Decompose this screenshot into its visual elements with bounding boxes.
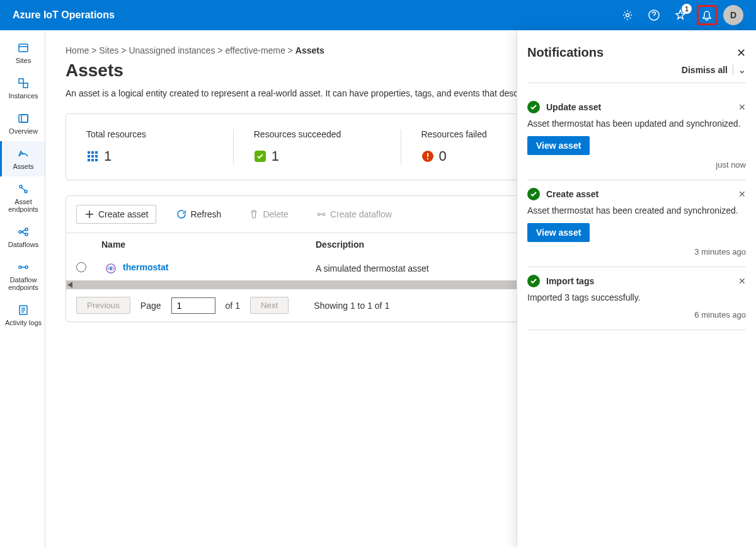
svg-rect-21 xyxy=(88,159,90,161)
svg-rect-2 xyxy=(19,44,28,52)
svg-rect-26 xyxy=(427,153,428,157)
nav-overview-label: Overview xyxy=(9,127,38,135)
asset-link[interactable]: thermostat xyxy=(123,262,168,272)
svg-point-8 xyxy=(25,190,27,193)
svg-point-10 xyxy=(25,228,28,231)
svg-rect-20 xyxy=(95,155,98,158)
nav-overview[interactable]: Overview xyxy=(0,106,45,141)
user-avatar[interactable]: D xyxy=(723,5,743,25)
nav-assets[interactable]: Assets xyxy=(0,141,45,176)
svg-rect-3 xyxy=(19,79,23,83)
svg-point-11 xyxy=(25,233,28,236)
breadcrumb-current: Assets xyxy=(295,45,324,55)
svg-rect-15 xyxy=(88,151,90,154)
app-title: Azure IoT Operations xyxy=(13,9,617,21)
alerts-icon[interactable]: 1 xyxy=(670,5,690,25)
view-asset-button[interactable]: View asset xyxy=(527,136,590,155)
svg-rect-23 xyxy=(95,159,98,161)
dismiss-notification-icon[interactable]: ✕ xyxy=(738,102,746,112)
success-status-icon xyxy=(527,188,540,200)
svg-point-0 xyxy=(626,14,629,17)
sidebar: Sites Instances Overview Assets Asset en… xyxy=(0,30,45,547)
success-status-icon xyxy=(527,275,540,287)
nav-dataflows[interactable]: Dataflows xyxy=(0,219,45,255)
header-name[interactable]: Name xyxy=(101,239,316,250)
svg-point-7 xyxy=(20,185,22,188)
notifications-panel: Notifications ✕ Dismiss all⌄ Update asse… xyxy=(517,30,756,547)
notification-item: Create asset ✕ Asset thermostat has been… xyxy=(527,180,746,267)
svg-rect-6 xyxy=(21,115,28,122)
svg-rect-4 xyxy=(23,83,28,88)
notifications-icon[interactable] xyxy=(697,5,717,25)
close-panel-icon[interactable]: ✕ xyxy=(736,46,746,60)
svg-rect-16 xyxy=(91,151,94,154)
metric-total: Total resources 1 xyxy=(66,129,234,164)
nav-asset-endpoints-label: Asset endpoints xyxy=(4,198,42,213)
grid-icon xyxy=(86,150,99,163)
dismiss-notification-icon[interactable]: ✕ xyxy=(738,276,746,286)
svg-point-9 xyxy=(19,231,21,233)
delete-button: Delete xyxy=(241,205,295,223)
notifications-title: Notifications xyxy=(527,45,604,60)
nav-activity-logs-label: Activity logs xyxy=(5,319,42,326)
alerts-badge: 1 xyxy=(682,4,692,14)
create-asset-button[interactable]: Create asset xyxy=(76,205,156,224)
nav-dataflow-endpoints[interactable]: Dataflow endpoints xyxy=(0,255,45,297)
notification-item: Import tags ✕ Imported 3 tags successful… xyxy=(527,267,746,330)
nav-instances-label: Instances xyxy=(8,92,38,100)
svg-rect-18 xyxy=(88,155,90,158)
asset-icon xyxy=(105,263,117,274)
success-icon xyxy=(254,150,266,163)
success-status-icon xyxy=(527,101,540,113)
row-selector[interactable] xyxy=(76,262,86,272)
nav-dataflow-endpoints-label: Dataflow endpoints xyxy=(4,276,42,291)
nav-sites[interactable]: Sites xyxy=(0,35,45,71)
metric-succeeded: Resources succeeded 1 xyxy=(234,129,401,164)
nav-sites-label: Sites xyxy=(16,57,31,64)
svg-rect-5 xyxy=(19,115,28,122)
view-asset-button[interactable]: View asset xyxy=(527,223,590,242)
create-dataflow-button: Create dataflow xyxy=(309,205,399,223)
nav-activity-logs[interactable]: Activity logs xyxy=(0,297,45,333)
showing-text: Showing 1 to 1 of 1 xyxy=(314,301,389,311)
svg-point-29 xyxy=(318,213,320,216)
refresh-button[interactable]: Refresh xyxy=(169,205,229,223)
svg-rect-27 xyxy=(427,158,428,159)
settings-icon[interactable] xyxy=(617,5,638,25)
svg-point-13 xyxy=(25,266,28,268)
svg-rect-22 xyxy=(91,159,94,161)
nav-instances[interactable]: Instances xyxy=(0,71,45,106)
previous-button: Previous xyxy=(76,297,130,314)
nav-asset-endpoints[interactable]: Asset endpoints xyxy=(0,176,45,219)
nav-assets-label: Assets xyxy=(13,163,33,170)
dismiss-notification-icon[interactable]: ✕ xyxy=(738,189,746,199)
top-header: Azure IoT Operations 1 D xyxy=(0,0,756,30)
notification-item: Update asset ✕ Asset thermostat has been… xyxy=(527,93,746,180)
svg-point-12 xyxy=(19,266,21,268)
svg-rect-17 xyxy=(95,151,98,154)
chevron-down-icon[interactable]: ⌄ xyxy=(733,65,746,75)
breadcrumb-sites[interactable]: Sites xyxy=(99,45,118,55)
breadcrumb-home[interactable]: Home xyxy=(66,45,89,55)
failed-icon xyxy=(421,150,434,163)
svg-point-30 xyxy=(323,213,325,216)
svg-point-32 xyxy=(110,267,112,270)
help-icon[interactable] xyxy=(644,5,664,25)
next-button: Next xyxy=(250,297,289,314)
svg-rect-19 xyxy=(91,155,94,158)
breadcrumb-instance[interactable]: effective-meme xyxy=(225,45,285,55)
breadcrumb-unassigned[interactable]: Unassigned instances xyxy=(129,45,215,55)
page-input[interactable] xyxy=(171,297,215,314)
nav-dataflows-label: Dataflows xyxy=(8,241,38,248)
dismiss-all-button[interactable]: Dismiss all⌄ xyxy=(527,65,746,83)
